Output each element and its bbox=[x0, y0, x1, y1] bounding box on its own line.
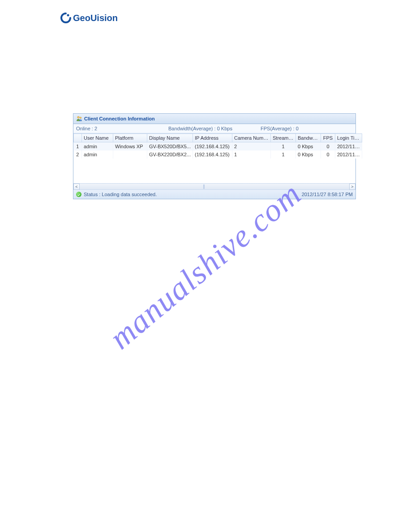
svg-point-1 bbox=[77, 116, 80, 119]
col-ip-address[interactable]: IP Address bbox=[193, 134, 232, 142]
users-icon bbox=[76, 116, 82, 122]
horizontal-scrollbar[interactable]: < > bbox=[73, 183, 355, 189]
panel-header: Client Connection Information bbox=[73, 114, 355, 124]
cell-display: GV-BX220D/BX2... bbox=[147, 150, 193, 159]
cell-user: admin bbox=[82, 150, 113, 159]
summary-online: Online : 2 bbox=[76, 126, 168, 131]
summary-bandwidth: Bandwidth(Average) : 0 Kbps bbox=[168, 126, 261, 131]
logo-mark-icon bbox=[60, 13, 71, 23]
cell-bw: 0 Kbps bbox=[296, 142, 321, 151]
scroll-thumb[interactable] bbox=[203, 184, 205, 189]
connection-table: User Name Platform Display Name IP Addre… bbox=[73, 133, 355, 183]
col-index[interactable] bbox=[74, 134, 82, 142]
cell-bw: 0 Kbps bbox=[296, 150, 321, 159]
col-streaming[interactable]: Streaming bbox=[271, 134, 296, 142]
cell-login: 2012/11/28 ... bbox=[335, 150, 362, 159]
cell-index: 2 bbox=[74, 150, 82, 159]
col-bandwidth[interactable]: Bandwidth bbox=[296, 134, 321, 142]
cell-ip: (192.168.4.125) bbox=[193, 142, 232, 151]
cell-stream: 1 bbox=[271, 150, 296, 159]
table-row[interactable]: 1 admin Windows XP GV-BX520D/BX5... (192… bbox=[74, 142, 362, 151]
brand-logo: GeoUision bbox=[60, 13, 118, 23]
client-connection-panel: Client Connection Information Online : 2… bbox=[73, 113, 356, 199]
cell-platform: Windows XP bbox=[113, 142, 147, 151]
col-platform[interactable]: Platform bbox=[113, 134, 147, 142]
cell-stream: 1 bbox=[271, 142, 296, 151]
scroll-right-button[interactable]: > bbox=[349, 184, 355, 190]
svg-point-0 bbox=[67, 14, 69, 17]
col-user-name[interactable]: User Name bbox=[82, 134, 113, 142]
watermark: manualshive.com bbox=[103, 175, 309, 356]
cell-camera: 2 bbox=[232, 142, 271, 151]
success-icon bbox=[76, 192, 81, 197]
col-login-time[interactable]: Login Time bbox=[335, 134, 362, 142]
status-bar: Status : Loading data succeeded. 2012/11… bbox=[73, 189, 355, 199]
col-fps[interactable]: FPS bbox=[321, 134, 335, 142]
cell-platform bbox=[113, 150, 147, 159]
panel-title: Client Connection Information bbox=[84, 116, 155, 121]
summary-row: Online : 2 Bandwidth(Average) : 0 Kbps F… bbox=[73, 124, 355, 133]
svg-point-2 bbox=[80, 117, 81, 119]
table-empty-area bbox=[73, 159, 355, 183]
summary-fps: FPS(Average) : 0 bbox=[261, 126, 353, 131]
cell-index: 1 bbox=[74, 142, 82, 151]
status-text: Status : Loading data succeeded. bbox=[84, 192, 157, 197]
col-camera-number[interactable]: Camera Number bbox=[232, 134, 271, 142]
cell-fps: 0 bbox=[321, 150, 335, 159]
table-header-row: User Name Platform Display Name IP Addre… bbox=[74, 134, 362, 142]
cell-user: admin bbox=[82, 142, 113, 151]
scroll-left-button[interactable]: < bbox=[73, 184, 80, 190]
cell-ip: (192.168.4.125) bbox=[193, 150, 232, 159]
cell-display: GV-BX520D/BX5... bbox=[147, 142, 193, 151]
status-timestamp: 2012/11/27 8:58:17 PM bbox=[302, 192, 353, 197]
cell-camera: 1 bbox=[232, 150, 271, 159]
brand-text: GeoUision bbox=[73, 13, 118, 23]
cell-login: 2012/11/28 ... bbox=[335, 142, 362, 151]
col-display-name[interactable]: Display Name bbox=[147, 134, 193, 142]
cell-fps: 0 bbox=[321, 142, 335, 151]
table-row[interactable]: 2 admin GV-BX220D/BX2... (192.168.4.125)… bbox=[74, 150, 362, 159]
